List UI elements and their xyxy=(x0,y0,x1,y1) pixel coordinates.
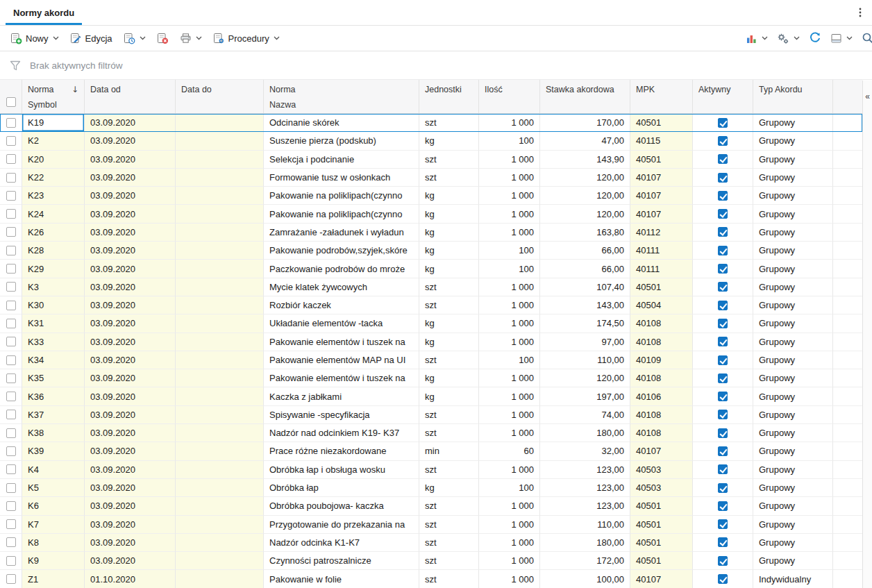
cell-stawka[interactable]: 74,00 xyxy=(540,406,630,424)
cell-data-do[interactable] xyxy=(176,552,264,570)
column-header-mpk[interactable]: MPK xyxy=(630,80,693,113)
cell-data-do[interactable] xyxy=(176,151,264,169)
cell-ilosc[interactable]: 100 xyxy=(479,351,540,369)
row-select-checkbox[interactable] xyxy=(6,392,16,401)
layout-panel-button[interactable] xyxy=(827,30,856,47)
cell-ilosc[interactable]: 1 000 xyxy=(479,424,540,442)
cell-data-do[interactable] xyxy=(176,242,264,260)
cell-nazwa[interactable]: Pakowanie elementów i tuszek na xyxy=(264,369,419,387)
cell-typ-akordu[interactable]: Grupowy xyxy=(753,351,833,369)
cell-data-od[interactable]: 03.09.2020 xyxy=(85,516,176,534)
cell-ilosc[interactable]: 1 000 xyxy=(479,224,540,242)
cell-typ-akordu[interactable]: Grupowy xyxy=(753,132,833,150)
cell-stawka[interactable]: 123,00 xyxy=(540,497,630,515)
tab-overflow-menu-button[interactable] xyxy=(853,5,868,20)
cell-typ-akordu[interactable]: Grupowy xyxy=(753,242,833,260)
aktywny-checkbox[interactable] xyxy=(718,246,728,255)
cell-jednostki[interactable]: szt xyxy=(419,278,479,296)
cell-symbol[interactable]: K28 xyxy=(22,242,85,260)
search-button[interactable] xyxy=(858,29,872,48)
column-header-stawka[interactable]: Stawka akordowa xyxy=(540,80,630,113)
cell-data-od[interactable]: 03.09.2020 xyxy=(85,534,176,552)
cell-mpk[interactable]: 40108 xyxy=(630,314,693,333)
procedures-button[interactable]: Procedury xyxy=(208,30,285,47)
cell-data-do[interactable] xyxy=(176,369,264,387)
table-row[interactable]: K403.09.2020Obróbka łap i obsługa woskus… xyxy=(0,461,862,479)
column-header-norma-nazwa[interactable]: Norma Nazwa xyxy=(264,80,419,113)
cell-nazwa[interactable]: Kaczka z jabłkami xyxy=(264,387,419,405)
cell-data-od[interactable]: 03.09.2020 xyxy=(85,351,176,369)
table-row[interactable]: K3003.09.2020Rozbiór kaczekszt1 000143,0… xyxy=(0,296,862,314)
cell-nazwa[interactable]: Pakowanie podrobów,szyjek,skóre xyxy=(264,242,419,260)
cell-data-od[interactable]: 03.09.2020 xyxy=(85,406,176,424)
cell-typ-akordu[interactable]: Grupowy xyxy=(753,278,833,296)
row-select-checkbox[interactable] xyxy=(6,319,16,328)
cell-ilosc[interactable]: 60 xyxy=(479,442,540,460)
cell-jednostki[interactable]: szt xyxy=(419,151,479,169)
cell-mpk[interactable]: 40107 xyxy=(630,570,693,588)
table-row[interactable]: K3803.09.2020Nadzór nad odcinkiem K19- K… xyxy=(0,424,862,442)
cell-data-do[interactable] xyxy=(176,406,264,424)
cell-symbol[interactable]: K26 xyxy=(22,224,85,242)
aktywny-checkbox[interactable] xyxy=(718,537,728,547)
cell-nazwa[interactable]: Paczkowanie podrobów do mroże xyxy=(264,260,419,278)
cell-typ-akordu[interactable]: Grupowy xyxy=(753,552,833,570)
cell-jednostki[interactable]: kg xyxy=(419,205,479,223)
cell-typ-akordu[interactable]: Grupowy xyxy=(753,151,833,169)
cell-symbol[interactable]: K5 xyxy=(22,479,85,497)
cell-stawka[interactable]: 174,50 xyxy=(540,314,630,333)
cell-jednostki[interactable]: szt xyxy=(419,296,479,314)
cell-symbol[interactable]: K22 xyxy=(22,169,85,187)
aktywny-checkbox[interactable] xyxy=(718,173,728,183)
cell-stawka[interactable]: 120,00 xyxy=(540,187,630,205)
cell-data-do[interactable] xyxy=(176,333,264,351)
cell-data-od[interactable]: 03.09.2020 xyxy=(85,169,176,187)
cell-data-od[interactable]: 03.09.2020 xyxy=(85,333,176,351)
cell-stawka[interactable]: 100,00 xyxy=(540,570,630,588)
cell-typ-akordu[interactable]: Grupowy xyxy=(753,387,833,405)
cell-nazwa[interactable]: Układanie elementów -tacka xyxy=(264,314,419,333)
cell-nazwa[interactable]: Nadzór nad odcinkiem K19- K37 xyxy=(264,424,419,442)
select-all-checkbox[interactable] xyxy=(6,97,16,107)
cell-mpk[interactable]: 40112 xyxy=(630,224,693,242)
aktywny-checkbox[interactable] xyxy=(718,118,728,128)
table-row[interactable]: K303.09.2020Mycie klatek żywcowychszt1 0… xyxy=(0,278,862,296)
cell-mpk[interactable]: 40503 xyxy=(630,479,693,497)
cell-ilosc[interactable]: 1 000 xyxy=(479,114,540,132)
cell-data-do[interactable] xyxy=(176,224,264,242)
cell-data-do[interactable] xyxy=(176,169,264,187)
cell-data-od[interactable]: 03.09.2020 xyxy=(85,132,176,150)
row-select-checkbox[interactable] xyxy=(6,337,16,346)
cell-stawka[interactable]: 120,00 xyxy=(540,169,630,187)
table-row[interactable]: K3703.09.2020Spisywanie -specyfikacjaszt… xyxy=(0,406,862,424)
sort-desc-icon[interactable]: ↓ xyxy=(72,85,78,94)
cell-mpk[interactable]: 40501 xyxy=(630,497,693,515)
cell-data-od[interactable]: 03.09.2020 xyxy=(85,260,176,278)
aktywny-checkbox[interactable] xyxy=(718,355,728,365)
cell-jednostki[interactable]: szt xyxy=(419,461,479,479)
chart-button[interactable] xyxy=(742,30,771,47)
print-button[interactable] xyxy=(175,30,207,47)
cell-mpk[interactable]: 40108 xyxy=(630,369,693,387)
cell-jednostki[interactable]: kg xyxy=(419,242,479,260)
cell-typ-akordu[interactable]: Grupowy xyxy=(753,534,833,552)
cell-data-do[interactable] xyxy=(176,497,264,515)
cell-symbol[interactable]: K31 xyxy=(22,314,85,333)
cell-data-do[interactable] xyxy=(176,570,264,588)
cell-data-od[interactable]: 03.09.2020 xyxy=(85,151,176,169)
cell-symbol[interactable]: K39 xyxy=(22,442,85,460)
cell-stawka[interactable]: 66,00 xyxy=(540,260,630,278)
delete-button[interactable] xyxy=(152,30,174,47)
cell-nazwa[interactable]: Obróbka poubojowa- kaczka xyxy=(264,497,419,515)
aktywny-checkbox[interactable] xyxy=(718,264,728,274)
cell-data-do[interactable] xyxy=(176,461,264,479)
table-row[interactable]: K803.09.2020Nadzór odcinka K1-K7szt1 000… xyxy=(0,534,862,552)
cell-nazwa[interactable]: Przygotowanie do przekazania na xyxy=(264,516,419,534)
cell-ilosc[interactable]: 1 000 xyxy=(479,387,540,405)
aktywny-checkbox[interactable] xyxy=(718,154,728,164)
cell-ilosc[interactable]: 1 000 xyxy=(479,461,540,479)
cell-data-od[interactable]: 01.10.2020 xyxy=(85,570,176,588)
cell-ilosc[interactable]: 1 000 xyxy=(479,497,540,515)
cell-nazwa[interactable]: Nadzór odcinka K1-K7 xyxy=(264,534,419,552)
cell-ilosc[interactable]: 1 000 xyxy=(479,516,540,534)
